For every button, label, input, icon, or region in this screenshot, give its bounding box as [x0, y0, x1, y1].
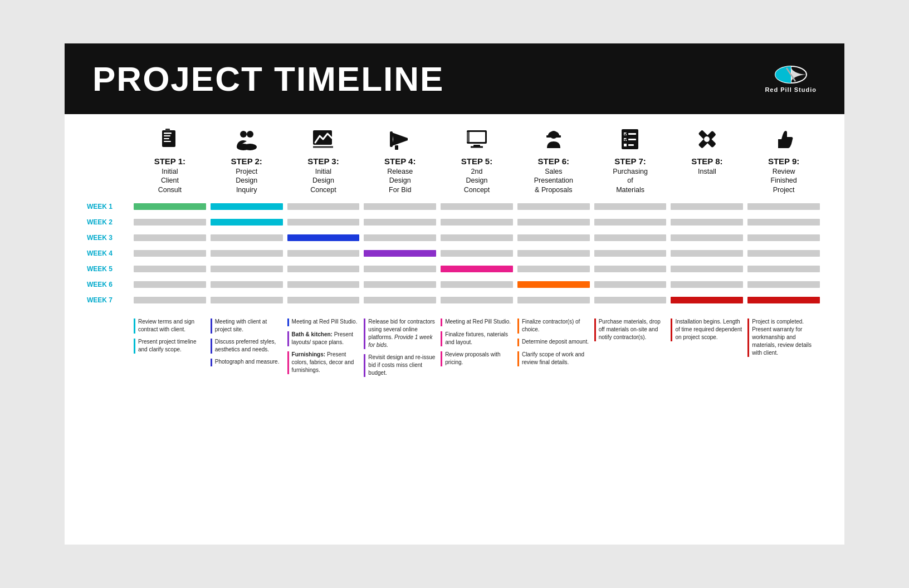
- timeline-section: WEEK 1WEEK 2WEEK 3WEEK 4WEEK 5WEEK 6WEEK…: [87, 200, 822, 309]
- bar-w6-c3: [287, 281, 360, 288]
- bar-row-w6-c5: [441, 278, 513, 291]
- bar-w2-c8: [671, 219, 743, 226]
- bar-w7-c4: [364, 297, 436, 303]
- logo-text: Red Pill Studio: [765, 86, 817, 93]
- desc-text-1-1: Review terms and sign contract with clie…: [138, 318, 206, 334]
- svg-point-35: [704, 136, 710, 142]
- bar-w2-c9: [747, 219, 820, 226]
- bar-row-w5-c7: [594, 262, 667, 276]
- week-labels: WEEK 1WEEK 2WEEK 3WEEK 4WEEK 5WEEK 6WEEK…: [87, 200, 131, 309]
- steps-container: STEP 1:InitialClientConsultSTEP 2:Projec…: [131, 125, 822, 194]
- bar-w7-c2: [211, 297, 283, 303]
- desc-item-8-1: Installation begins. Length of time requ…: [671, 318, 743, 341]
- desc-text-5-3: Review proposals with pricing.: [445, 351, 513, 366]
- bar-row-w7-c6: [517, 293, 590, 307]
- timeline-col-2: [208, 200, 285, 309]
- step-col-6: STEP 6:SalesPresentation& Proposals: [515, 125, 592, 194]
- bar-row-w2-c6: [517, 215, 590, 229]
- svg-rect-9: [165, 129, 170, 131]
- week-label-3: WEEK 3: [87, 231, 131, 244]
- svg-rect-20: [468, 132, 485, 142]
- logo-area: Red Pill Studio: [765, 65, 817, 93]
- desc-bar-5-1: [441, 318, 442, 326]
- svg-point-11: [247, 131, 253, 138]
- bar-w2-c3: [287, 219, 360, 226]
- desc-bar-4-1: [364, 318, 365, 349]
- svg-point-13: [243, 144, 257, 150]
- bar-w7-c6: [517, 297, 590, 303]
- desc-text-1-2: Present project timeline and clarify sco…: [138, 338, 206, 354]
- step-number-3: STEP 3:: [307, 156, 339, 166]
- bar-w5-c3: [287, 266, 360, 272]
- step-title-9: ReviewFinishedProject: [771, 167, 797, 194]
- bar-w5-c8: [671, 266, 743, 272]
- bar-row-w2-c8: [671, 215, 743, 229]
- desc-text-2-3: Photograph and measure.: [215, 358, 280, 366]
- bar-w5-c4: [364, 266, 436, 272]
- desc-item-4-2: Revisit design and re-issue bid if costs…: [364, 354, 436, 377]
- bar-row-w4-c5: [441, 247, 513, 260]
- timeline-col-1: [131, 200, 208, 309]
- desc-item-1-1: Review terms and sign contract with clie…: [134, 318, 206, 334]
- desc-bar-2-3: [211, 359, 212, 366]
- desc-text-6-3: Clarify scope of work and review final d…: [522, 351, 590, 366]
- step-icon-4: [388, 125, 412, 153]
- bar-row-w5-c3: [287, 262, 360, 276]
- timeline-col-8: [668, 200, 745, 309]
- desc-col-2: Meeting with client at project site.Disc…: [208, 318, 285, 381]
- svg-rect-8: [164, 141, 171, 142]
- timeline-col-6: [515, 200, 592, 309]
- bar-w4-c8: [671, 250, 743, 257]
- bar-w3-c8: [671, 234, 743, 241]
- bar-row-w4-c1: [134, 247, 206, 260]
- step-icon-5: [465, 125, 489, 153]
- svg-rect-17: [390, 131, 393, 147]
- week-label-6: WEEK 6: [87, 278, 131, 291]
- step-number-1: STEP 1:: [154, 156, 185, 166]
- bar-row-w1-c9: [747, 200, 820, 213]
- svg-rect-32: [628, 144, 634, 146]
- bar-w3-c4: [364, 234, 436, 241]
- bar-w1-c6: [517, 203, 590, 210]
- step-col-2: STEP 2:ProjectDesignInquiry: [208, 125, 285, 194]
- bar-row-w7-c4: [364, 293, 436, 307]
- bar-w2-c5: [441, 219, 513, 226]
- desc-col-3: Meeting at Red Pill Studio.Bath & kitche…: [285, 318, 362, 381]
- desc-bar-5-3: [441, 351, 442, 366]
- bar-w3-c6: [517, 234, 590, 241]
- bar-row-w6-c2: [211, 278, 283, 291]
- step-col-1: STEP 1:InitialClientConsult: [131, 125, 208, 194]
- bar-w6-c1: [134, 281, 206, 288]
- week-label-4: WEEK 4: [87, 247, 131, 260]
- desc-col-9: Project is completed. Present warranty f…: [745, 318, 822, 381]
- bar-row-w6-c4: [364, 278, 436, 291]
- desc-item-5-3: Review proposals with pricing.: [441, 351, 513, 366]
- desc-item-6-1: Finalize contractor(s) of choice.: [517, 318, 590, 334]
- svg-rect-18: [395, 145, 398, 150]
- desc-col-5: Meeting at Red Pill Studio.Finalize fixt…: [438, 318, 515, 381]
- desc-text-2-1: Meeting with client at project site.: [215, 318, 283, 334]
- bar-row-w3-c7: [594, 231, 667, 244]
- bar-row-w1-c8: [671, 200, 743, 213]
- step-icon-1: [158, 125, 182, 153]
- bar-row-w2-c2: [211, 215, 283, 229]
- desc-item-2-1: Meeting with client at project site.: [211, 318, 283, 334]
- desc-text-3-1: Meeting at Red Pill Studio.: [292, 318, 358, 326]
- step-number-2: STEP 2:: [231, 156, 262, 166]
- desc-item-6-3: Clarify scope of work and review final d…: [517, 351, 590, 366]
- bar-row-w3-c5: [441, 231, 513, 244]
- bar-w5-c5: [441, 266, 513, 272]
- svg-rect-31: [628, 139, 636, 140]
- desc-item-6-2: Determine deposit amount.: [517, 338, 590, 346]
- logo-icon: [774, 65, 808, 84]
- bar-row-w5-c1: [134, 262, 206, 276]
- desc-text-5-2: Finalize fixtures, naterials and layout.: [445, 331, 513, 346]
- bar-row-w7-c9: [747, 293, 820, 307]
- bar-row-w5-c5: [441, 262, 513, 276]
- svg-point-10: [240, 131, 247, 138]
- bar-row-w6-c7: [594, 278, 667, 291]
- bar-w4-c9: [747, 250, 820, 257]
- step-col-5: STEP 5:2ndDesignConcept: [438, 125, 515, 194]
- desc-text-6-2: Determine deposit amount.: [522, 338, 589, 346]
- bar-row-w2-c1: [134, 215, 206, 229]
